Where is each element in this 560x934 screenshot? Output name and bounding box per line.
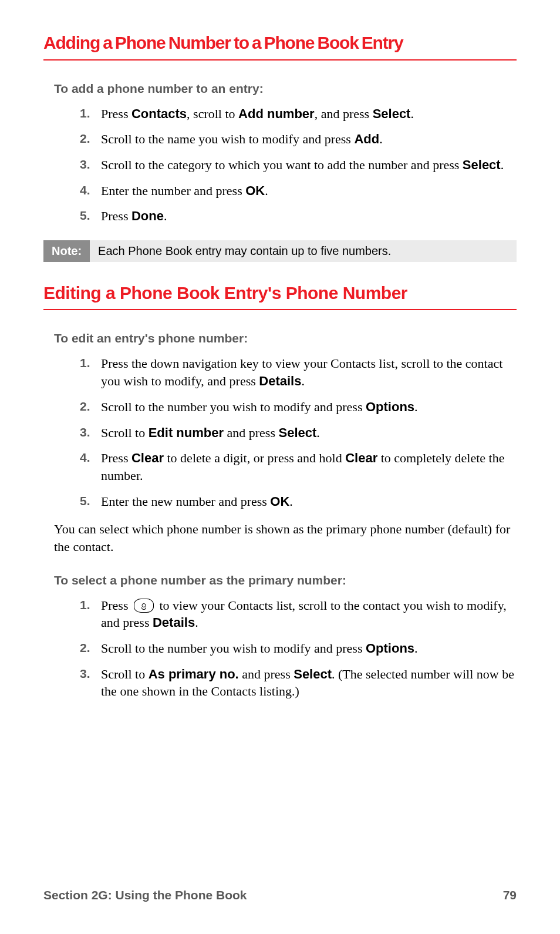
list-item: Press the down navigation key to view yo… bbox=[80, 355, 517, 389]
footer-page-number: 79 bbox=[503, 888, 517, 902]
steps-primary-number: Press to view your Contacts list, scroll… bbox=[80, 597, 517, 700]
list-item: Scroll to the number you wish to modify … bbox=[80, 640, 517, 657]
step-text: Enter the new number and press bbox=[101, 494, 270, 509]
ui-label: OK bbox=[270, 494, 289, 509]
step-text: . bbox=[164, 209, 167, 223]
list-item: Enter the number and press OK. bbox=[80, 182, 517, 200]
step-text: Enter the number and press bbox=[101, 183, 245, 198]
list-item: Press Contacts, scroll to Add number, an… bbox=[80, 105, 517, 123]
steps-add-number: Press Contacts, scroll to Add number, an… bbox=[80, 105, 517, 225]
step-text: and press bbox=[224, 425, 278, 440]
step-text: , and press bbox=[315, 106, 373, 121]
step-text: . bbox=[414, 399, 418, 414]
step-text: Scroll to bbox=[101, 425, 149, 440]
step-text: Scroll to the category to which you want… bbox=[101, 157, 463, 172]
intro-edit-number: To edit an entry's phone number: bbox=[54, 331, 517, 345]
body-primary-number: You can select which phone number is sho… bbox=[54, 520, 517, 555]
step-text: . bbox=[410, 106, 414, 121]
ui-label: Select bbox=[294, 667, 332, 681]
steps-edit-number: Press the down navigation key to view yo… bbox=[80, 355, 517, 510]
step-text: . bbox=[301, 374, 305, 388]
step-text: Press bbox=[101, 451, 131, 465]
step-text: Press bbox=[101, 209, 131, 223]
step-text: Scroll to bbox=[101, 667, 149, 681]
ui-label: Edit number bbox=[149, 425, 224, 440]
step-text: Press bbox=[101, 598, 131, 613]
ui-label: Contacts bbox=[131, 106, 187, 121]
ui-label: Options bbox=[366, 399, 414, 414]
list-item: Scroll to the category to which you want… bbox=[80, 156, 517, 174]
ui-label: Clear bbox=[345, 451, 377, 465]
note-text: Each Phone Book entry may contain up to … bbox=[90, 240, 399, 262]
intro-add-number: To add a phone number to an entry: bbox=[54, 82, 517, 96]
note-box: Note: Each Phone Book entry may contain … bbox=[43, 240, 517, 262]
ui-label: Select bbox=[373, 106, 411, 121]
step-text: . bbox=[195, 615, 198, 630]
step-text: Scroll to the number you wish to modify … bbox=[101, 399, 366, 414]
step-text: , scroll to bbox=[187, 106, 238, 121]
ui-label: As primary no. bbox=[149, 667, 239, 681]
list-item: Press Clear to delete a digit, or press … bbox=[80, 449, 517, 484]
page-footer: Section 2G: Using the Phone Book 79 bbox=[43, 888, 517, 902]
list-item: Press to view your Contacts list, scroll… bbox=[80, 597, 517, 631]
list-item: Enter the new number and press OK. bbox=[80, 493, 517, 510]
step-text: Scroll to the number you wish to modify … bbox=[101, 641, 366, 656]
step-text: . bbox=[379, 132, 383, 146]
ui-label: Add number bbox=[238, 106, 315, 121]
list-item: Scroll to Edit number and press Select. bbox=[80, 424, 517, 442]
ui-label: Done bbox=[131, 209, 164, 223]
list-item: Scroll to As primary no. and press Selec… bbox=[80, 666, 517, 700]
list-item: Scroll to the name you wish to modify an… bbox=[80, 130, 517, 148]
ui-label: Options bbox=[366, 641, 414, 656]
step-text: Press bbox=[101, 106, 131, 121]
list-item: Press Done. bbox=[80, 207, 517, 225]
ui-label: Clear bbox=[131, 451, 164, 465]
step-text: and press bbox=[239, 667, 294, 681]
step-text: Scroll to the name you wish to modify an… bbox=[101, 132, 354, 146]
note-label: Note: bbox=[43, 240, 90, 262]
ui-label: Select bbox=[463, 157, 501, 172]
step-text: . bbox=[316, 425, 320, 440]
ui-label: Details bbox=[259, 374, 301, 388]
step-text: . bbox=[265, 183, 268, 198]
step-text: to delete a digit, or press and hold bbox=[164, 451, 345, 465]
heading-adding-phone-number: Adding a Phone Number to a Phone Book En… bbox=[43, 33, 517, 61]
ui-label: OK bbox=[245, 183, 265, 198]
list-item: Scroll to the number you wish to modify … bbox=[80, 398, 517, 416]
intro-primary-number: To select a phone number as the primary … bbox=[54, 573, 517, 587]
step-text: . bbox=[414, 641, 418, 656]
ui-label: Add bbox=[354, 132, 379, 146]
step-text: . bbox=[289, 494, 293, 509]
ui-label: Details bbox=[153, 615, 195, 630]
manual-page: Adding a Phone Number to a Phone Book En… bbox=[0, 0, 560, 934]
ui-label: Select bbox=[279, 425, 317, 440]
footer-section: Section 2G: Using the Phone Book bbox=[43, 888, 247, 902]
navigation-key-icon bbox=[134, 599, 154, 613]
heading-editing-phone-number: Editing a Phone Book Entry's Phone Numbe… bbox=[43, 283, 517, 311]
step-text: . bbox=[501, 157, 504, 172]
